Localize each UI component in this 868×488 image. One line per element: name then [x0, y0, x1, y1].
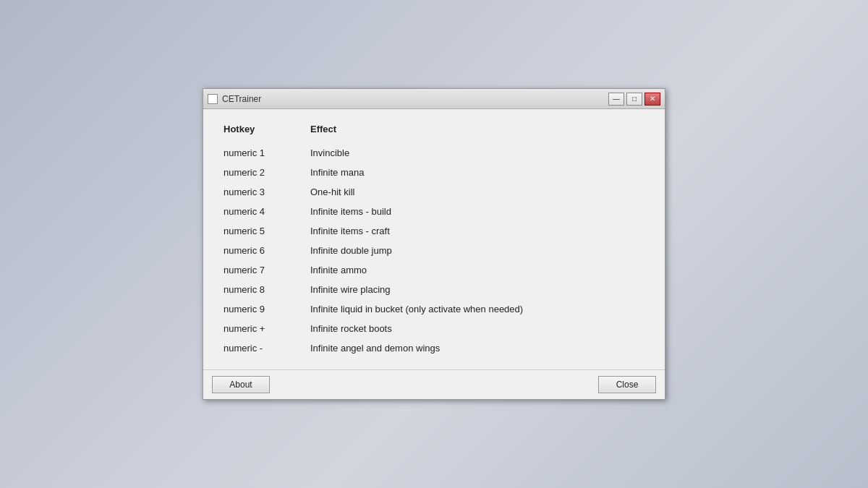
effect-cell: Infinite double jump: [305, 241, 650, 260]
table-row: numeric 3One-hit kill: [218, 182, 650, 202]
title-bar: CETrainer — □ ✕: [203, 89, 665, 109]
hotkey-cell: numeric 5: [218, 221, 305, 241]
hotkey-cell: numeric 7: [218, 260, 305, 280]
effect-cell: Infinite wire placing: [305, 280, 650, 299]
window-content: Hotkey Effect numeric 1Invinciblenumeric…: [203, 109, 665, 369]
table-row: numeric 1Invincible: [218, 143, 650, 163]
hotkey-cell: numeric 9: [218, 299, 305, 319]
table-row: numeric +Infinite rocket boots: [218, 319, 650, 338]
effect-cell: Infinite ammo: [305, 260, 650, 280]
effect-cell: Infinite rocket boots: [305, 319, 650, 338]
table-row: numeric 8Infinite wire placing: [218, 280, 650, 299]
hotkey-cell: numeric 1: [218, 143, 305, 163]
col-header-hotkey: Hotkey: [218, 121, 305, 143]
hotkey-cell: numeric 4: [218, 202, 305, 221]
table-row: numeric 9Infinite liquid in bucket (only…: [218, 299, 650, 319]
effect-cell: Infinite items - craft: [305, 221, 650, 241]
effect-cell: Infinite mana: [305, 163, 650, 182]
maximize-button[interactable]: □: [626, 93, 642, 106]
close-button[interactable]: Close: [598, 376, 656, 393]
effect-cell: Infinite angel and demon wings: [305, 338, 650, 358]
hotkey-table: Hotkey Effect numeric 1Invinciblenumeric…: [218, 121, 650, 358]
hotkey-cell: numeric +: [218, 319, 305, 338]
table-row: numeric 7Infinite ammo: [218, 260, 650, 280]
table-row: numeric -Infinite angel and demon wings: [218, 338, 650, 358]
main-window: CETrainer — □ ✕ Hotkey Effect numeric 1I…: [203, 88, 665, 400]
col-header-effect: Effect: [305, 121, 650, 143]
table-row: numeric 5Infinite items - craft: [218, 221, 650, 241]
effect-cell: Infinite items - build: [305, 202, 650, 221]
title-bar-buttons: — □ ✕: [608, 93, 660, 106]
window-title: CETrainer: [222, 94, 604, 104]
table-row: numeric 6Infinite double jump: [218, 241, 650, 260]
table-row: numeric 4Infinite items - build: [218, 202, 650, 221]
hotkey-cell: numeric 8: [218, 280, 305, 299]
hotkey-cell: numeric 2: [218, 163, 305, 182]
hotkey-cell: numeric 6: [218, 241, 305, 260]
effect-cell: Infinite liquid in bucket (only activate…: [305, 299, 650, 319]
window-footer: About Close: [203, 369, 665, 399]
hotkey-cell: numeric -: [218, 338, 305, 358]
effect-cell: Invincible: [305, 143, 650, 163]
window-icon: [208, 94, 218, 104]
effect-cell: One-hit kill: [305, 182, 650, 202]
hotkey-cell: numeric 3: [218, 182, 305, 202]
close-title-button[interactable]: ✕: [644, 93, 660, 106]
minimize-button[interactable]: —: [608, 93, 624, 106]
about-button[interactable]: About: [212, 376, 270, 393]
table-row: numeric 2Infinite mana: [218, 163, 650, 182]
